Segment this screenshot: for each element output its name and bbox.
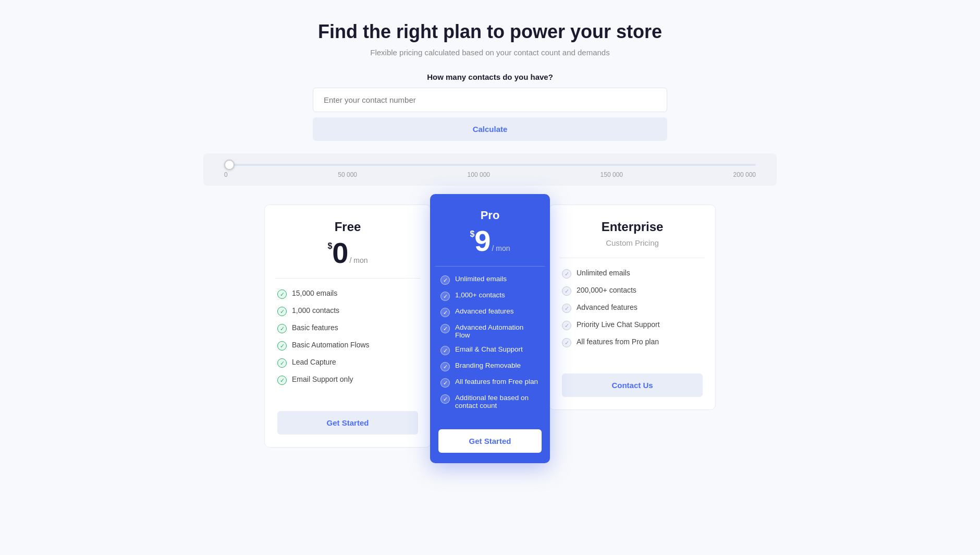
- contact-input[interactable]: [313, 88, 667, 112]
- enterprise-plan-name: Enterprise: [562, 220, 703, 234]
- list-item: ✓ Branding Removable: [440, 361, 540, 371]
- slider-label-4: 200 000: [733, 171, 756, 178]
- list-item: ✓ Unlimited emails: [562, 269, 703, 279]
- check-icon: ✓: [277, 341, 287, 351]
- list-item: ✓ All features from Pro plan: [562, 337, 703, 347]
- list-item: ✓ Basic Automation Flows: [277, 341, 418, 351]
- check-icon: ✓: [440, 324, 450, 333]
- calculate-button[interactable]: Calculate: [313, 117, 667, 141]
- list-item: ✓ 15,000 emails: [277, 289, 418, 299]
- check-icon: ✓: [440, 346, 450, 355]
- enterprise-plan-header: Enterprise Custom Pricing: [549, 205, 715, 258]
- slider-label-0: 0: [224, 171, 228, 178]
- check-icon: ✓: [440, 378, 450, 388]
- list-item: ✓ 1,000+ contacts: [440, 291, 540, 301]
- list-item: ✓ Advanced Automation Flow: [440, 323, 540, 339]
- slider-label-1: 50 000: [338, 171, 357, 178]
- pro-plan-header: Pro $ 9 / mon: [430, 194, 550, 266]
- pro-get-started-button[interactable]: Get Started: [438, 429, 542, 453]
- pro-plan-card: Pro $ 9 / mon ✓ Unlimited emails ✓ 1,000…: [430, 194, 550, 463]
- check-icon: ✓: [440, 308, 450, 317]
- pro-plan-price: $ 9 / mon: [443, 226, 537, 256]
- free-plan-name: Free: [277, 220, 418, 234]
- contact-form: How many contacts do you have? Calculate: [203, 73, 777, 141]
- pro-price-period: / mon: [492, 244, 510, 252]
- list-item: ✓ Additional fee based on contact count: [440, 394, 540, 409]
- check-icon: ✓: [562, 286, 571, 296]
- slider-label-2: 100 000: [468, 171, 490, 178]
- check-icon: ✓: [562, 338, 571, 347]
- pro-plan-action: Get Started: [430, 424, 550, 463]
- page-header: Find the right plan to power your store …: [203, 21, 777, 57]
- page-wrapper: Find the right plan to power your store …: [203, 21, 777, 474]
- enterprise-contact-button[interactable]: Contact Us: [562, 373, 703, 397]
- list-item: ✓ Lead Capture: [277, 358, 418, 368]
- free-plan-header: Free $ 0 / mon: [265, 205, 431, 278]
- list-item: ✓ Email Support only: [277, 375, 418, 385]
- check-icon: ✓: [277, 324, 287, 333]
- free-price-period: / mon: [350, 256, 368, 264]
- page-title: Find the right plan to power your store: [203, 21, 777, 43]
- contact-label: How many contacts do you have?: [203, 73, 777, 81]
- slider-thumb[interactable]: [224, 160, 235, 170]
- free-plan-price: $ 0 / mon: [277, 238, 418, 268]
- check-icon: ✓: [277, 376, 287, 385]
- list-item: ✓ Advanced features: [440, 307, 540, 317]
- list-item: ✓ 200,000+ contacts: [562, 286, 703, 296]
- check-icon: ✓: [440, 362, 450, 371]
- slider-track[interactable]: [224, 164, 756, 166]
- check-icon: ✓: [562, 321, 571, 330]
- pro-plan-name: Pro: [443, 209, 537, 222]
- plans-container: Free $ 0 / mon ✓ 15,000 emails ✓ 1,000 c…: [203, 204, 777, 474]
- free-price-symbol: $: [327, 242, 332, 251]
- check-icon: ✓: [440, 292, 450, 301]
- list-item: ✓ Priority Live Chat Support: [562, 320, 703, 330]
- slider-labels: 0 50 000 100 000 150 000 200 000: [224, 171, 756, 178]
- free-get-started-button[interactable]: Get Started: [277, 411, 418, 435]
- check-icon: ✓: [562, 304, 571, 313]
- enterprise-plan-card: Enterprise Custom Pricing ✓ Unlimited em…: [549, 204, 716, 410]
- free-price-number: 0: [332, 238, 348, 268]
- check-icon: ✓: [440, 275, 450, 285]
- enterprise-plan-features: ✓ Unlimited emails ✓ 200,000+ contacts ✓…: [549, 258, 715, 365]
- check-icon: ✓: [277, 289, 287, 299]
- page-subtitle: Flexible pricing calculated based on you…: [203, 48, 777, 57]
- pro-price-number: 9: [474, 226, 491, 256]
- list-item: ✓ Advanced features: [562, 303, 703, 313]
- list-item: ✓ 1,000 contacts: [277, 306, 418, 316]
- free-plan-card: Free $ 0 / mon ✓ 15,000 emails ✓ 1,000 c…: [264, 204, 431, 448]
- list-item: ✓ All features from Free plan: [440, 378, 540, 388]
- list-item: ✓ Email & Chat Support: [440, 345, 540, 355]
- pro-plan-features: ✓ Unlimited emails ✓ 1,000+ contacts ✓ A…: [430, 267, 550, 424]
- check-icon: ✓: [440, 394, 450, 404]
- enterprise-plan-subtitle: Custom Pricing: [562, 238, 703, 247]
- list-item: ✓ Basic features: [277, 323, 418, 333]
- check-icon: ✓: [562, 269, 571, 279]
- enterprise-plan-action: Contact Us: [549, 365, 715, 409]
- check-icon: ✓: [277, 358, 287, 368]
- slider-section: 0 50 000 100 000 150 000 200 000: [203, 153, 777, 186]
- free-plan-action: Get Started: [265, 403, 431, 447]
- check-icon: ✓: [277, 307, 287, 316]
- free-plan-features: ✓ 15,000 emails ✓ 1,000 contacts ✓ Basic…: [265, 279, 431, 403]
- list-item: ✓ Unlimited emails: [440, 275, 540, 285]
- slider-label-3: 150 000: [601, 171, 623, 178]
- pro-price-symbol: $: [470, 230, 474, 239]
